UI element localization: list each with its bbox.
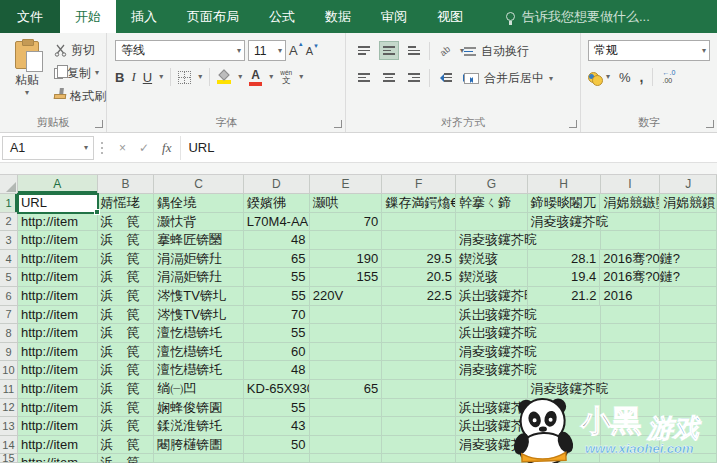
cell-A5[interactable]: http://item: [18, 268, 98, 287]
cell-J7[interactable]: [660, 306, 717, 325]
cell-H5[interactable]: 19.4: [528, 268, 601, 287]
cell-G1[interactable]: 幹搴ㄑ鍗: [456, 194, 528, 213]
paste-button[interactable]: 粘贴 ▾: [6, 39, 48, 111]
cell-D8[interactable]: 55: [244, 324, 310, 343]
cell-D10[interactable]: 48: [244, 361, 310, 380]
cell-G10[interactable]: 涓夌骇鑳芥晥: [456, 361, 528, 380]
cell-H15[interactable]: [528, 454, 601, 463]
column-header-E[interactable]: E: [310, 175, 383, 194]
cell-I13[interactable]: [601, 417, 661, 436]
row-header-9[interactable]: 9: [0, 343, 18, 362]
copy-button[interactable]: 复制 ▾: [54, 64, 99, 82]
cell-C9[interactable]: 澶忔櫘锛圫: [154, 343, 244, 362]
cell-H13[interactable]: [528, 417, 601, 436]
cell-J13[interactable]: [660, 417, 717, 436]
cell-A14[interactable]: http://item: [18, 436, 98, 455]
cell-I3[interactable]: [601, 231, 661, 250]
cell-D7[interactable]: 70: [244, 306, 310, 325]
column-header-A[interactable]: A: [18, 175, 98, 194]
tell-me-box[interactable]: 告诉我您想要做什么...: [506, 0, 650, 33]
cell-C3[interactable]: 搴蜂匠锛圞: [154, 231, 244, 250]
cell-B7[interactable]: 浜 笢: [98, 306, 155, 325]
cell-C5[interactable]: 涓滆姖锛圱: [154, 268, 244, 287]
cell-A8[interactable]: http://item: [18, 324, 98, 343]
cell-H10[interactable]: [528, 361, 601, 380]
cell-I9[interactable]: [601, 343, 661, 362]
cell-I6[interactable]: 2016: [600, 287, 660, 306]
align-right-button[interactable]: [404, 68, 424, 87]
cell-A9[interactable]: http://item: [18, 343, 98, 362]
cell-B3[interactable]: 浜 笢: [98, 231, 155, 250]
cell-F10[interactable]: [382, 361, 456, 380]
cell-C12[interactable]: 娴蜂俊锛圚: [154, 399, 244, 418]
cell-J9[interactable]: [660, 343, 717, 362]
cell-D15[interactable]: [244, 454, 310, 463]
cell-J10[interactable]: [660, 361, 717, 380]
cell-B2[interactable]: 浜 笢: [98, 213, 155, 232]
row-header-5[interactable]: 5: [0, 268, 18, 287]
merge-dropdown-arrow[interactable]: ▾: [549, 75, 553, 83]
cell-I1[interactable]: 涓婂競鏃堕棿: [600, 194, 660, 213]
cell-B4[interactable]: 浜 笢: [98, 250, 155, 269]
cell-F14[interactable]: [382, 436, 456, 455]
cell-A4[interactable]: http://item: [18, 250, 98, 269]
cell-H12[interactable]: [528, 399, 601, 418]
cell-D13[interactable]: 43: [244, 417, 310, 436]
cell-G8[interactable]: 浜岀骇鑳芥晥: [456, 324, 528, 343]
cell-F3[interactable]: [382, 231, 456, 250]
align-bottom-button[interactable]: [404, 41, 424, 60]
cell-J14[interactable]: [660, 436, 717, 455]
align-top-button[interactable]: [354, 41, 374, 60]
column-header-J[interactable]: J: [660, 175, 717, 194]
bold-button[interactable]: B: [115, 70, 124, 85]
cell-E3[interactable]: [310, 231, 383, 250]
cell-F1[interactable]: 鏁存満鍔熻€鍚: [382, 194, 456, 213]
cell-F5[interactable]: 20.5: [382, 268, 456, 287]
shrink-font-button[interactable]: A▼: [306, 45, 318, 57]
cell-B15[interactable]: 浜 笢: [98, 454, 155, 463]
cell-H14[interactable]: [528, 436, 601, 455]
clipboard-dialog-launcher[interactable]: [95, 120, 103, 128]
cell-I14[interactable]: [601, 436, 661, 455]
cell-D1[interactable]: 鍨嬪彿: [244, 194, 310, 213]
font-name-select[interactable]: 等线 ▾: [115, 40, 245, 61]
cell-I11[interactable]: [601, 380, 661, 399]
cell-D4[interactable]: 65: [244, 250, 310, 269]
borders-icon[interactable]: [178, 71, 191, 84]
cell-A10[interactable]: http://item: [18, 361, 98, 380]
cell-F9[interactable]: [382, 343, 456, 362]
ribbon-tab-inactive[interactable]: 文件: [0, 0, 60, 33]
cell-G12[interactable]: 浜岀骇鑳芥晥: [456, 399, 528, 418]
cell-G15[interactable]: [456, 454, 528, 463]
cell-G5[interactable]: 鍥涚骇: [456, 268, 528, 287]
underline-dropdown-arrow[interactable]: ▾: [159, 73, 163, 81]
cell-B9[interactable]: 浜 笢: [98, 343, 155, 362]
grow-font-button[interactable]: A▲: [289, 43, 303, 58]
cell-J1[interactable]: 涓婂競鏆: [660, 194, 717, 213]
cell-J11[interactable]: [660, 380, 717, 399]
cell-G13[interactable]: 浜岀骇鑳芥晥: [456, 417, 528, 436]
cell-B1[interactable]: 婧愮珯: [98, 194, 155, 213]
cell-J8[interactable]: [660, 324, 717, 343]
cell-A3[interactable]: http://item: [18, 231, 98, 250]
cut-button[interactable]: 剪切: [54, 41, 95, 59]
column-header-C[interactable]: C: [154, 175, 244, 194]
cell-G9[interactable]: 涓夌骇鑳芥晥: [456, 343, 528, 362]
column-header-G[interactable]: G: [456, 175, 528, 194]
ribbon-tab-inactive[interactable]: 插入: [116, 0, 172, 33]
borders-dropdown-arrow[interactable]: ▾: [198, 73, 202, 81]
fill-color-button[interactable]: [217, 71, 231, 84]
cell-J15[interactable]: [660, 454, 717, 463]
merge-center-button[interactable]: 合并后居中 ▾: [464, 70, 553, 87]
row-header-7[interactable]: 7: [0, 306, 18, 325]
ribbon-tab-inactive[interactable]: 页面布局: [172, 0, 254, 33]
cell-A12[interactable]: http://item: [18, 399, 98, 418]
cell-C6[interactable]: 涔愯TV锛圠: [154, 287, 244, 306]
cell-G11[interactable]: [456, 380, 528, 399]
cell-D6[interactable]: 55: [244, 287, 310, 306]
ribbon-tab-inactive[interactable]: 审阅: [366, 0, 422, 33]
decrease-indent-button[interactable]: [435, 68, 455, 87]
cell-H4[interactable]: 28.1: [528, 250, 601, 269]
cell-H11[interactable]: 涓夌骇鑳芥晥: [528, 380, 601, 399]
cell-C13[interactable]: 鍒涚淮锛圫: [154, 417, 244, 436]
